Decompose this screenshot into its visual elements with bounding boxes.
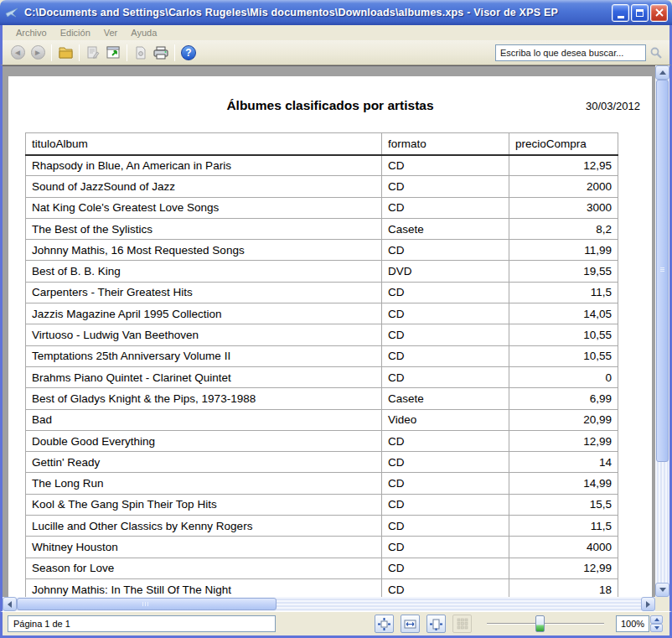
toolbar-separator	[127, 44, 127, 61]
menu-bar: Archivo Edición Ver Ayuda	[0, 25, 672, 40]
cell-tituloAlbum: Best of Gladys Knight & the Pips, 1973-1…	[26, 388, 382, 409]
zoom-value[interactable]: 100%	[616, 615, 649, 632]
vertical-scrollbar[interactable]	[655, 65, 669, 597]
table-row: Johnny Mathis, 16 Most Requested SongsCD…	[26, 240, 618, 261]
close-icon	[655, 8, 664, 17]
cell-formato: CD	[382, 240, 509, 261]
document-permissions-icon	[85, 45, 101, 60]
toolbar-separator	[51, 44, 52, 61]
thumbnails-button[interactable]	[452, 615, 472, 633]
forward-button[interactable]: ►	[28, 43, 48, 63]
cell-tituloAlbum: Bad	[26, 409, 382, 430]
table-row: Best of Gladys Knight & the Pips, 1973-1…	[26, 388, 618, 409]
toolbar: ◄ ►	[0, 40, 672, 65]
zoom-decrease-button[interactable]	[650, 624, 663, 632]
cell-precioCompra: 14,05	[509, 303, 618, 324]
print-button[interactable]	[151, 43, 171, 63]
cell-formato: CD	[382, 324, 509, 345]
zoom-slider-track[interactable]	[487, 623, 604, 625]
cell-tituloAlbum: Sound of JazzSound of Jazz	[26, 176, 382, 197]
zoom-controls: 100%	[368, 615, 663, 633]
fit-visible-button[interactable]	[426, 615, 446, 633]
help-button[interactable]: ?	[178, 43, 199, 63]
cell-formato: DVD	[382, 261, 509, 282]
document-date: 30/03/2012	[586, 100, 640, 112]
cell-precioCompra: 12,95	[509, 155, 618, 176]
cell-formato: CD	[382, 516, 509, 537]
xps-viewer-window: C:\Documents and Settings\Carlos Rugeles…	[0, 0, 672, 638]
close-button[interactable]	[650, 4, 668, 22]
cell-precioCompra: 19,55	[509, 261, 618, 282]
cell-precioCompra: 0	[509, 366, 618, 387]
maximize-button[interactable]	[631, 4, 649, 22]
cell-precioCompra: 4000	[509, 537, 618, 558]
cell-tituloAlbum: Season for Love	[26, 558, 382, 578]
scroll-up-button[interactable]	[655, 65, 669, 80]
window-title: C:\Documents and Settings\Carlos Rugeles…	[24, 7, 612, 18]
cell-tituloAlbum: Gettin' Ready	[26, 452, 382, 473]
thumb-grip	[142, 602, 148, 606]
cell-formato: CD	[382, 155, 509, 176]
cell-formato: Casete	[382, 218, 509, 239]
column-header-formato: formato	[382, 133, 509, 155]
scroll-right-button[interactable]	[641, 597, 655, 611]
vertical-scroll-track[interactable]	[655, 80, 669, 583]
save-copy-button[interactable]	[131, 43, 151, 63]
open-file-button[interactable]	[55, 43, 75, 63]
fit-width-button[interactable]	[401, 615, 420, 633]
table-row: Temptations 25th Anniversary Volume IICD…	[26, 345, 618, 366]
cell-precioCompra: 15,5	[509, 494, 618, 515]
horizontal-scrollbar[interactable]	[0, 597, 672, 611]
horizontal-scroll-track[interactable]	[17, 597, 641, 611]
zoom-slider[interactable]	[487, 615, 604, 632]
back-icon: ◄	[11, 45, 25, 60]
cell-precioCompra: 11,5	[509, 282, 618, 303]
fit-visible-icon	[430, 618, 442, 630]
vertical-scroll-thumb[interactable]	[656, 80, 669, 462]
search-area	[495, 44, 663, 61]
page-area[interactable]: Álbumes clasificados por artistas 30/03/…	[3, 65, 655, 597]
zoom-spinner	[650, 615, 663, 632]
cell-formato: CD	[382, 345, 509, 366]
cell-formato: Casete	[382, 388, 509, 409]
cell-tituloAlbum: Best of B. B. King	[26, 261, 382, 282]
page-indicator[interactable]: Página 1 de 1	[8, 615, 276, 632]
table-row: Nat King Cole's Greatest Love SongsCD300…	[26, 197, 618, 218]
menu-archivo[interactable]: Archivo	[9, 26, 54, 39]
cell-formato: CD	[382, 558, 509, 578]
cell-precioCompra: 12,99	[509, 558, 618, 578]
cell-formato: CD	[382, 537, 509, 558]
fit-page-button[interactable]	[375, 615, 394, 633]
cell-tituloAlbum: The Long Run	[26, 473, 382, 494]
cell-precioCompra: 18	[509, 578, 618, 597]
menu-ayuda[interactable]: Ayuda	[124, 26, 163, 39]
title-bar: C:\Documents and Settings\Carlos Rugeles…	[0, 0, 672, 25]
minimize-button[interactable]	[612, 4, 629, 22]
zoom-increase-button[interactable]	[650, 615, 663, 624]
table-row: Johnny Mathis: In The Still Of The Night…	[26, 578, 618, 597]
chevron-up-icon	[659, 70, 666, 75]
zoom-slider-thumb[interactable]	[535, 615, 545, 632]
horizontal-scroll-thumb[interactable]	[17, 598, 277, 610]
document-title: Álbumes clasificados por artistas	[8, 98, 652, 113]
cell-formato: CD	[382, 282, 509, 303]
search-input[interactable]	[495, 44, 646, 61]
open-new-window-button[interactable]	[103, 43, 123, 63]
scroll-left-button[interactable]	[3, 597, 17, 611]
menu-edicion[interactable]: Edición	[54, 26, 97, 39]
search-icon[interactable]	[649, 46, 663, 60]
cell-formato: Video	[382, 409, 509, 430]
cell-precioCompra: 2000	[509, 176, 618, 197]
permissions-button[interactable]	[83, 43, 103, 63]
table-row: Double Good EverythingCD12,99	[26, 430, 618, 451]
cell-formato: CD	[382, 494, 509, 515]
back-button[interactable]: ◄	[8, 43, 28, 63]
menu-ver[interactable]: Ver	[97, 26, 125, 39]
minimize-icon	[618, 16, 624, 18]
table-row: Kool & The Gang Spin Their Top HitsCD15,…	[26, 494, 618, 515]
table-row: Rhapsody in Blue, An American in ParisCD…	[26, 155, 618, 176]
scroll-down-button[interactable]	[655, 583, 669, 597]
chevron-down-icon	[659, 588, 666, 592]
albums-table: tituloAlbum formato precioCompra Rhapsod…	[25, 132, 618, 597]
cell-formato: CD	[382, 430, 509, 451]
